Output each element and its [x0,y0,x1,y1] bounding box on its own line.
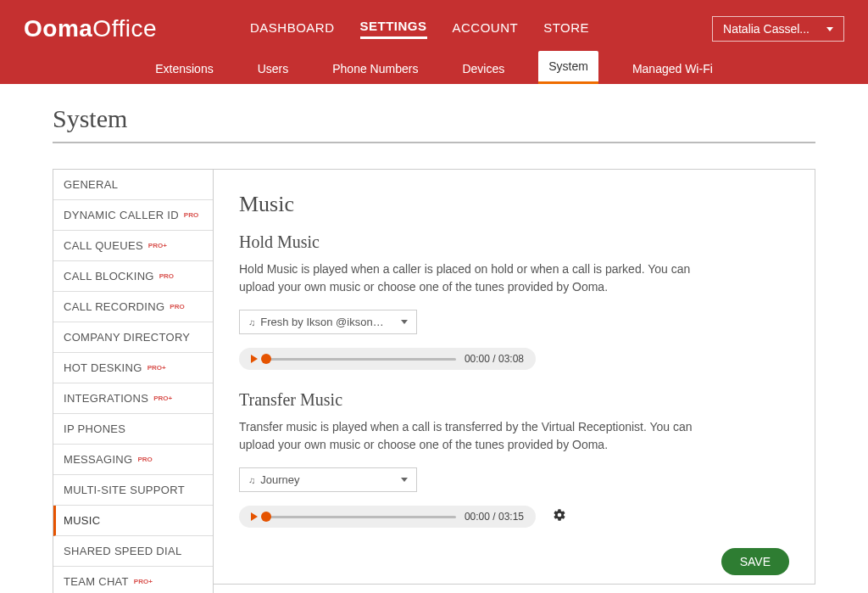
subnav-phone-numbers[interactable]: Phone Numbers [322,53,428,84]
caret-down-icon [826,27,833,31]
sidebar-item-call-blocking[interactable]: CALL BLOCKING PRO [53,261,213,292]
pro-badge: PRO [184,211,198,219]
sidebar-item-label: DYNAMIC CALLER ID [64,209,179,221]
sidebar-item-general[interactable]: GENERAL [53,170,213,200]
nav-sub: Extensions Users Phone Numbers Devices S… [0,51,868,84]
nav-settings[interactable]: SETTINGS [360,19,427,39]
play-icon[interactable] [251,512,258,521]
sidebar-item-label: CALL BLOCKING [64,270,154,283]
transfer-music-selected: Journey [260,473,299,486]
sidebar-item-label: HOT DESKING [64,361,142,374]
pro-badge: PRO [159,272,174,280]
hold-music-slider[interactable] [266,358,456,361]
transfer-music-time: 00:00 / 03:15 [465,511,524,523]
transfer-music-player: 00:00 / 03:15 [239,506,536,528]
pro-badge: PRO+ [148,242,167,249]
header-top: OomaOffice DASHBOARD SETTINGS ACCOUNT ST… [0,0,868,51]
sidebar-item-label: MULTI-SITE SUPPORT [64,484,185,496]
transfer-music-select[interactable]: Journey [239,467,417,492]
sidebar-item-label: MESSAGING [64,453,132,466]
subnav-managed-wifi[interactable]: Managed Wi-Fi [622,53,723,84]
pro-badge: PRO [137,456,152,463]
music-note-icon [248,316,255,328]
nav-dashboard[interactable]: DASHBOARD [250,20,335,38]
pro-badge: PRO+ [153,394,172,402]
transfer-music-row: 00:00 / 03:15 [239,506,789,528]
page-title: System [53,84,815,143]
sidebar-item-shared-speed-dial[interactable]: SHARED SPEED DIAL [53,536,213,567]
sidebar-item-label: CALL QUEUES [64,239,143,252]
sidebar-item-messaging[interactable]: MESSAGING PRO [53,445,213,475]
user-name: Natalia Cassel... [723,22,810,36]
hold-music-select[interactable]: Fresh by Ikson @iksonmu... [239,310,417,334]
subnav-system[interactable]: System [538,51,598,84]
slider-thumb[interactable] [261,512,271,522]
brand-logo: OomaOffice [24,15,157,42]
transfer-music-slider[interactable] [266,516,456,518]
sidebar-item-dynamic-caller-id[interactable]: DYNAMIC CALLER ID PRO [53,200,213,231]
container: System GENERAL DYNAMIC CALLER ID PRO CAL… [44,84,824,593]
save-button[interactable]: SAVE [721,548,789,575]
sidebar-item-label: CALL RECORDING [64,300,164,313]
sidebar-item-label: SHARED SPEED DIAL [64,545,181,557]
caret-down-icon [401,478,408,482]
header: OomaOffice DASHBOARD SETTINGS ACCOUNT ST… [0,0,868,84]
nav-account[interactable]: ACCOUNT [453,20,519,38]
pro-badge: PRO [170,303,184,310]
pro-badge: PRO+ [147,364,166,372]
nav-main: DASHBOARD SETTINGS ACCOUNT STORE [250,19,589,39]
transfer-music-title: Transfer Music [239,390,789,410]
transfer-music-desc: Transfer music is played when a call is … [239,418,697,454]
sidebar-item-call-queues[interactable]: CALL QUEUES PRO+ [53,231,213,261]
sidebar-item-multi-site[interactable]: MULTI-SITE SUPPORT [53,475,213,506]
caret-down-icon [401,320,408,324]
subnav-devices[interactable]: Devices [452,53,515,84]
sidebar-item-label: GENERAL [64,178,118,191]
brand-first: Ooma [24,15,92,42]
subnav-extensions[interactable]: Extensions [145,53,223,84]
sidebar-item-label: TEAM CHAT [64,575,129,588]
sidebar-item-label: IP PHONES [64,422,125,435]
subnav-users[interactable]: Users [248,53,299,84]
main-panel: Music Hold Music Hold Music is played wh… [214,169,815,585]
settings-sidebar: GENERAL DYNAMIC CALLER ID PRO CALL QUEUE… [53,169,214,593]
sidebar-item-label: COMPANY DIRECTORY [64,331,190,344]
music-note-icon [248,473,255,486]
user-dropdown[interactable]: Natalia Cassel... [712,16,844,42]
sidebar-item-label: INTEGRATIONS [64,392,148,405]
nav-store[interactable]: STORE [543,20,589,38]
sidebar-item-hot-desking[interactable]: HOT DESKING PRO+ [53,353,213,383]
hold-music-time: 00:00 / 03:08 [465,353,524,365]
hold-music-player: 00:00 / 03:08 [239,348,536,370]
sidebar-item-ip-phones[interactable]: IP PHONES [53,414,213,445]
gear-icon[interactable] [553,508,566,526]
hold-music-title: Hold Music [239,232,789,252]
section-title-music: Music [239,192,789,217]
sidebar-item-integrations[interactable]: INTEGRATIONS PRO+ [53,383,213,414]
sidebar-item-company-directory[interactable]: COMPANY DIRECTORY [53,322,213,353]
hold-music-desc: Hold Music is played when a caller is pl… [239,260,697,296]
sidebar-item-call-recording[interactable]: CALL RECORDING PRO [53,292,213,322]
sidebar-item-music[interactable]: MUSIC [53,506,213,536]
slider-thumb[interactable] [261,354,271,364]
sidebar-item-label: MUSIC [64,514,100,527]
play-icon[interactable] [251,355,258,363]
brand-second: Office [92,15,157,42]
content-wrap: GENERAL DYNAMIC CALLER ID PRO CALL QUEUE… [53,169,815,593]
hold-music-selected: Fresh by Ikson @iksonmu... [260,316,387,328]
sidebar-item-team-chat[interactable]: TEAM CHAT PRO+ [53,567,213,593]
pro-badge: PRO+ [134,578,153,585]
